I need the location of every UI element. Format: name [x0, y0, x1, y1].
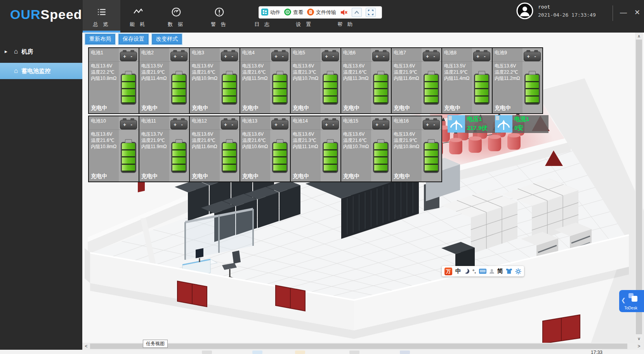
fullscreen-button[interactable] — [366, 8, 376, 17]
close-button[interactable]: ✕ — [634, 8, 640, 17]
battery-card-14[interactable]: 电池14+ -电压13.6V温度21.3℃内阻11.1mΩ充电中 — [290, 116, 341, 182]
battery-voltage: 电压13.6V — [394, 131, 423, 138]
battery-name: 电池6 — [343, 50, 356, 56]
application-window: OURSpeed 总 览能 耗数 据警 告日 志设 置帮 助 动作查看文件传输 … — [0, 0, 644, 354]
battery-name: 电池12 — [192, 118, 207, 124]
battery-level-icon — [424, 74, 439, 105]
quick-actions-button[interactable]: 动作 — [261, 9, 280, 17]
taskbar-icon[interactable] — [349, 351, 359, 354]
wave-icon — [133, 6, 144, 18]
collapse-toolbar-button[interactable] — [352, 8, 362, 17]
ime-fullwidth-moon-icon[interactable] — [464, 269, 469, 274]
gauge-icon — [171, 6, 181, 18]
taskbar-clock: 17:33 — [591, 350, 602, 354]
tab-3[interactable]: 数 据 — [156, 0, 196, 33]
battery-card-10[interactable]: 电池10+ -电压13.6V温度21.6℃内阻10.8mΩ充电中 — [88, 116, 139, 182]
battery-level-icon — [373, 74, 389, 105]
battery-status: 充电中 — [293, 173, 309, 180]
battery-terminal-icon: + - — [120, 120, 137, 130]
battery-status: 充电中 — [444, 105, 460, 112]
scroll-right-arrow[interactable]: > — [635, 343, 643, 350]
battery-card-13[interactable]: 电池13+ -电压13.6V温度21.6℃内阻10.6mΩ充电中 — [240, 116, 291, 182]
battery-card-5[interactable]: 电池5+ -电压13.6V温度21.3℃内阻10.7mΩ充电中 — [290, 47, 341, 114]
battery-resistance: 内阻10.8mΩ — [394, 144, 423, 150]
sensor-widget-1[interactable]: 电压1217.9伏 — [448, 115, 501, 133]
horizontal-scroll-thumb[interactable] — [90, 344, 627, 349]
battery-card-7[interactable]: 电池7+ -电压13.6V温度21.9℃内阻11.6mΩ充电中 — [391, 47, 442, 114]
battery-temperature: 温度21.9℃ — [394, 69, 423, 76]
battery-terminal-icon: + - — [473, 52, 490, 61]
user-info: root 2021-04-26 17:33:49 — [516, 2, 596, 19]
layout-actions: 重新布局保存设置改变样式 — [85, 34, 182, 44]
battery-card-11[interactable]: 电池11+ -电压13.7V温度21.9℃内阻11.9mΩ充电中 — [139, 116, 190, 182]
action-button-1[interactable]: 重新布局 — [85, 34, 115, 44]
topbar-divider — [613, 5, 613, 21]
battery-temperature: 温度21.6℃ — [343, 69, 372, 76]
battery-card-2[interactable]: 电池2+ -电压13.5V温度21.9℃内阻11.4mΩ充电中 — [139, 47, 190, 114]
ime-punctuation-icon[interactable]: °, — [472, 268, 476, 274]
mute-speaker-icon[interactable] — [340, 9, 348, 16]
ime-skin-icon[interactable] — [506, 269, 512, 274]
battery-card-16[interactable]: 电池16+ -电压13.6V温度21.9℃内阻10.8mΩ充电中 — [391, 116, 442, 182]
tab-2[interactable]: 能 耗 — [120, 0, 156, 33]
ime-logo-icon[interactable]: 万 — [444, 268, 452, 275]
battery-status: 充电中 — [192, 173, 208, 180]
taskbar-icon[interactable] — [295, 351, 305, 354]
battery-level-icon — [474, 74, 490, 105]
ime-settings-gear-icon[interactable] — [515, 268, 521, 275]
tab-1[interactable]: 总 览 — [83, 0, 120, 33]
ime-chinese-mode[interactable]: 中 — [455, 268, 461, 275]
app-logo: OURSpeed — [10, 7, 82, 22]
scroll-left-arrow[interactable]: < — [82, 343, 90, 350]
sidebar-item-2[interactable]: ⌂蓄电池监控 — [0, 63, 82, 79]
battery-name: 电池1 — [91, 50, 103, 56]
battery-name: 电池14 — [293, 118, 308, 124]
taskbar-icon[interactable] — [400, 351, 410, 354]
tab-4[interactable]: 警 告 — [196, 0, 242, 33]
battery-card-1[interactable]: 电池1+ -电压13.6V温度22.2℃内阻10.8mΩ充电中 — [88, 47, 139, 114]
collapse-chevron-icon[interactable]: ❮ — [621, 297, 626, 303]
battery-voltage: 电压13.7V — [141, 131, 170, 138]
ime-simplified-toggle[interactable]: 简 — [497, 268, 503, 275]
ime-keyboard-icon[interactable] — [479, 269, 486, 274]
scroll-up-arrow[interactable]: ∧ — [635, 33, 643, 40]
battery-card-15[interactable]: 电池15+ -电压13.6V温度21.6℃内阻10.7mΩ充电中 — [340, 116, 392, 182]
todesk-widget[interactable]: ❮ ToDesk — [619, 290, 644, 312]
taskbar-icon[interactable] — [252, 351, 262, 354]
meter-icon — [495, 115, 512, 133]
battery-card-8[interactable]: 电池8+ -电压13.5V温度21.9℃内阻11.4mΩ充电中 — [441, 47, 493, 114]
battery-name: 电池15 — [343, 118, 358, 124]
battery-terminal-icon: + - — [423, 52, 440, 61]
battery-level-icon — [171, 74, 187, 105]
battery-card-4[interactable]: 电池4+ -电压13.6V温度21.6℃内阻11.5mΩ充电中 — [240, 47, 291, 114]
action-button-3[interactable]: 改变样式 — [152, 34, 182, 44]
battery-resistance: 内阻11.1mΩ — [293, 144, 322, 150]
battery-level-icon — [323, 142, 338, 173]
home-icon: ⌂ — [14, 67, 18, 75]
expand-caret-icon[interactable]: ▶ — [5, 50, 7, 54]
scroll-down-arrow[interactable]: ∨ — [635, 335, 643, 342]
battery-status: 充电中 — [91, 105, 107, 112]
quick-view-button[interactable]: 查看 — [284, 9, 303, 17]
os-taskbar-sliver: 17:33 — [0, 350, 644, 354]
battery-card-3[interactable]: 电池3+ -电压13.6V温度21.6℃内阻10.9mΩ充电中 — [189, 47, 240, 114]
logo-secondary: Speed — [41, 7, 82, 22]
battery-voltage: 电压13.6V — [242, 63, 271, 69]
minimize-button[interactable]: — — [620, 8, 627, 17]
action-button-2[interactable]: 保存设置 — [119, 34, 148, 44]
battery-name: 电池8 — [444, 50, 457, 56]
battery-card-9[interactable]: 电池9+ -电压13.6V温度22.2℃内阻11.2mΩ充电中 — [492, 47, 543, 114]
quick-file-transfer-button[interactable]: 文件传输 — [307, 9, 336, 17]
battery-temperature: 温度21.9℃ — [141, 138, 170, 144]
sensor-widget-2[interactable]: 电流10安 — [495, 115, 549, 133]
ime-account-icon[interactable] — [490, 269, 494, 274]
sidebar-item-1[interactable]: ▶⌂机房 — [0, 43, 82, 60]
battery-card-6[interactable]: 电池6+ -电压13.6V温度21.6℃内阻11.3mΩ充电中 — [340, 47, 392, 114]
battery-level-icon — [373, 142, 389, 173]
battery-temperature: 温度22.2℃ — [495, 69, 524, 76]
battery-card-12[interactable]: 电池12+ -电压13.6V温度21.6℃内阻11.6mΩ充电中 — [189, 116, 240, 182]
battery-voltage: 电压13.6V — [242, 131, 271, 138]
battery-voltage: 电压13.6V — [293, 63, 322, 69]
sensor-value: 0安 — [514, 124, 547, 132]
taskbar-icon[interactable] — [202, 351, 212, 354]
